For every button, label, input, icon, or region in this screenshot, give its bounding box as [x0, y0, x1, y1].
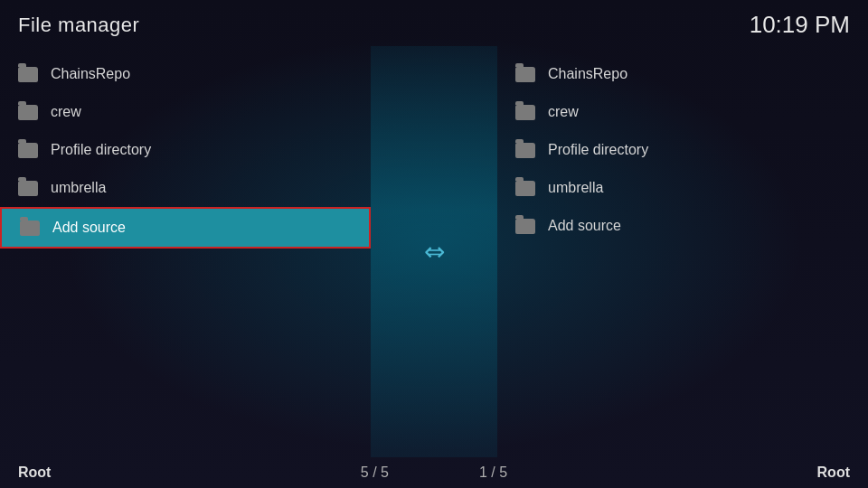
left-list-item[interactable]: Add source	[0, 207, 371, 249]
item-label: crew	[51, 104, 81, 120]
transfer-icon: ⇔	[424, 237, 445, 267]
folder-icon	[18, 143, 38, 158]
item-label: ChainsRepo	[548, 66, 627, 82]
header: File manager 10:19 PM	[0, 0, 868, 46]
folder-icon	[515, 143, 535, 158]
left-footer-label: Root	[18, 465, 51, 481]
folder-icon	[18, 67, 38, 82]
center-divider: ⇔	[371, 46, 497, 457]
item-label: Profile directory	[51, 142, 151, 158]
right-list-item[interactable]: crew	[497, 93, 868, 131]
item-label: ChainsRepo	[51, 66, 130, 82]
right-footer-label: Root	[817, 465, 850, 481]
main-content: ChainsRepocrewProfile directoryumbrellaA…	[0, 46, 868, 457]
app-title: File manager	[18, 14, 139, 37]
folder-icon	[515, 105, 535, 120]
clock: 10:19 PM	[750, 11, 850, 39]
right-list-item[interactable]: Add source	[497, 207, 868, 245]
left-list-item[interactable]: crew	[0, 93, 371, 131]
footer-right: 1 / 5 Root	[479, 465, 850, 481]
file-manager-app: File manager 10:19 PM ChainsRepocrewProf…	[0, 0, 868, 488]
footer-left: Root 5 / 5	[18, 465, 389, 481]
folder-icon	[515, 67, 535, 82]
left-list-item[interactable]: ChainsRepo	[0, 55, 371, 93]
footer: Root 5 / 5 1 / 5 Root	[0, 457, 868, 488]
left-list-item[interactable]: umbrella	[0, 169, 371, 207]
left-list-item[interactable]: Profile directory	[0, 131, 371, 169]
folder-icon	[18, 181, 38, 196]
item-label: umbrella	[51, 180, 106, 196]
item-label: umbrella	[548, 180, 603, 196]
right-footer-count: 1 / 5	[479, 465, 507, 481]
folder-icon	[18, 105, 38, 120]
right-list-item[interactable]: Profile directory	[497, 131, 868, 169]
folder-icon	[515, 181, 535, 196]
item-label: Profile directory	[548, 142, 648, 158]
folder-icon	[20, 221, 40, 236]
left-panel: ChainsRepocrewProfile directoryumbrellaA…	[0, 46, 371, 457]
item-label: Add source	[548, 218, 621, 234]
folder-icon	[515, 219, 535, 234]
left-footer-count: 5 / 5	[361, 465, 389, 481]
item-label: Add source	[52, 220, 126, 236]
right-list-item[interactable]: ChainsRepo	[497, 55, 868, 93]
right-list-item[interactable]: umbrella	[497, 169, 868, 207]
item-label: crew	[548, 104, 579, 120]
right-panel: ChainsRepocrewProfile directoryumbrellaA…	[497, 46, 868, 457]
